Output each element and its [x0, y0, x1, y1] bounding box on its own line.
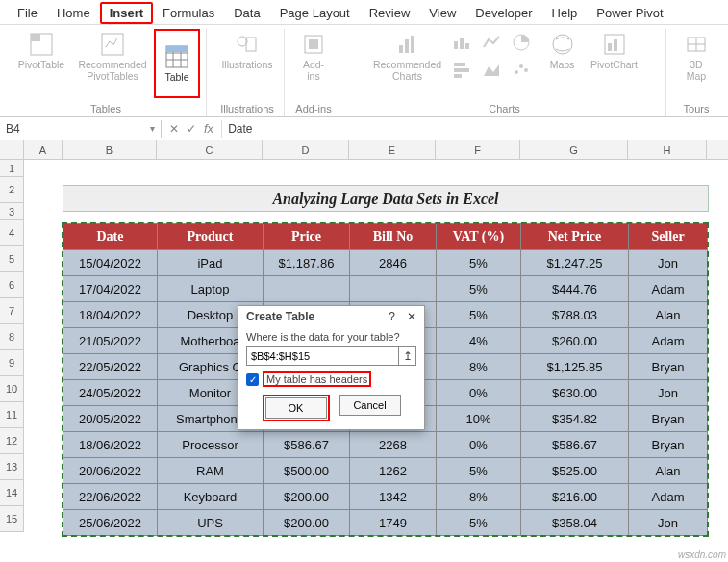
cell-date[interactable]: 18/06/2022 — [63, 432, 158, 458]
cell-date[interactable]: 21/05/2022 — [63, 328, 158, 354]
area-chart-icon[interactable] — [481, 59, 508, 83]
dialog-close-icon[interactable]: ✕ — [407, 310, 416, 323]
cell-bill[interactable]: 1749 — [350, 510, 437, 536]
cell-seller[interactable]: Bryan — [629, 432, 708, 458]
cell-seller[interactable]: Alan — [629, 302, 708, 328]
cell-vat[interactable]: 10% — [437, 406, 521, 432]
row-3[interactable]: 3 — [0, 203, 23, 220]
row-5[interactable]: 5 — [0, 246, 23, 272]
col-F[interactable]: F — [436, 140, 520, 159]
cell-vat[interactable]: 8% — [437, 484, 521, 510]
col-D[interactable]: D — [263, 140, 349, 159]
scatter-chart-icon[interactable] — [511, 59, 538, 83]
row-13[interactable]: 13 — [0, 454, 23, 480]
header-price[interactable]: Price — [264, 224, 350, 250]
cell-net[interactable]: $260.00 — [521, 328, 629, 354]
fx-icon[interactable]: fx — [204, 121, 213, 136]
tab-home[interactable]: Home — [47, 2, 100, 24]
cell-seller[interactable]: Adam — [629, 484, 708, 510]
cell-net[interactable]: $586.67 — [521, 432, 629, 458]
header-bill[interactable]: Bill No — [350, 224, 437, 250]
ok-button[interactable]: OK — [265, 397, 327, 419]
cell-seller[interactable]: Alan — [629, 458, 708, 484]
cell-date[interactable]: 22/05/2022 — [63, 354, 158, 380]
cell-net[interactable]: $358.04 — [521, 510, 629, 536]
cell-vat[interactable]: 0% — [437, 380, 521, 406]
col-G[interactable]: G — [520, 140, 628, 159]
cell-net[interactable]: $1,247.25 — [521, 250, 629, 276]
row-6[interactable]: 6 — [0, 272, 23, 298]
cell-price[interactable] — [264, 276, 350, 302]
header-product[interactable]: Product — [158, 224, 264, 250]
row-2[interactable]: 2 — [0, 177, 23, 203]
tab-pagelayout[interactable]: Page Layout — [270, 2, 360, 24]
checkbox-checked-icon[interactable]: ✓ — [246, 373, 259, 386]
tab-developer[interactable]: Developer — [465, 2, 541, 24]
tab-review[interactable]: Review — [360, 2, 420, 24]
select-all-corner[interactable] — [0, 140, 24, 159]
cell-vat[interactable]: 5% — [437, 276, 521, 302]
cell-seller[interactable]: Jon — [629, 380, 708, 406]
cell-date[interactable]: 22/06/2022 — [63, 484, 158, 510]
cell-seller[interactable]: Bryan — [629, 354, 708, 380]
cell-net[interactable]: $630.00 — [521, 380, 629, 406]
cell-date[interactable]: 24/05/2022 — [63, 380, 158, 406]
cell-bill[interactable]: 2846 — [350, 250, 437, 276]
range-selector-icon[interactable]: ↥ — [398, 347, 415, 365]
cell-bill[interactable]: 2268 — [350, 432, 437, 458]
cell-price[interactable]: $500.00 — [264, 458, 350, 484]
table-button[interactable]: Table — [154, 29, 200, 98]
tab-help[interactable]: Help — [542, 2, 588, 24]
cell-vat[interactable]: 5% — [437, 458, 521, 484]
cell-seller[interactable]: Jon — [629, 510, 708, 536]
row-12[interactable]: 12 — [0, 428, 23, 454]
cell-date[interactable]: 25/06/2022 — [63, 510, 158, 536]
row-9[interactable]: 9 — [0, 350, 23, 376]
cell-date[interactable]: 20/05/2022 — [63, 406, 158, 432]
col-E[interactable]: E — [349, 140, 436, 159]
table-row[interactable]: 17/04/2022Laptop5%$444.76Adam — [63, 276, 708, 302]
cell-date[interactable]: 18/04/2022 — [63, 302, 158, 328]
cell-product[interactable]: Keyboard — [158, 484, 264, 510]
cell-product[interactable]: Processor — [158, 432, 264, 458]
cell-vat[interactable]: 0% — [437, 432, 521, 458]
table-row[interactable]: 18/06/2022Processor$586.6722680%$586.67B… — [63, 432, 708, 458]
enter-formula-icon[interactable]: ✓ — [187, 122, 196, 136]
cell-date[interactable]: 20/06/2022 — [63, 458, 158, 484]
cell-bill[interactable] — [350, 276, 437, 302]
cell-seller[interactable]: Adam — [629, 328, 708, 354]
header-net[interactable]: Net Price — [521, 224, 629, 250]
cell-seller[interactable]: Bryan — [629, 406, 708, 432]
dialog-titlebar[interactable]: Create Table ? ✕ — [238, 306, 424, 327]
header-vat[interactable]: VAT (%) — [437, 224, 521, 250]
row-11[interactable]: 11 — [0, 402, 23, 428]
cell-date[interactable]: 15/04/2022 — [63, 250, 158, 276]
col-B[interactable]: B — [63, 140, 157, 159]
cell-product[interactable]: Laptop — [158, 276, 264, 302]
column-chart-icon[interactable] — [451, 32, 478, 56]
tab-insert[interactable]: Insert — [100, 2, 153, 24]
cell-product[interactable]: RAM — [158, 458, 264, 484]
cancel-formula-icon[interactable]: ✕ — [169, 122, 179, 136]
cell-net[interactable]: $444.76 — [521, 276, 629, 302]
maps-button[interactable]: Maps — [541, 29, 584, 73]
row-8[interactable]: 8 — [0, 324, 23, 350]
cell-vat[interactable]: 8% — [437, 354, 521, 380]
col-A[interactable]: A — [24, 140, 63, 159]
header-seller[interactable]: Seller — [629, 224, 708, 250]
cell-net[interactable]: $525.00 — [521, 458, 629, 484]
table-row[interactable]: 15/04/2022iPad$1,187.8628465%$1,247.25Jo… — [63, 250, 708, 276]
formula-input[interactable]: Date — [221, 120, 728, 138]
cell-date[interactable]: 17/04/2022 — [63, 276, 158, 302]
name-box[interactable]: B4 ▾ — [0, 120, 162, 138]
chevron-down-icon[interactable]: ▾ — [150, 123, 155, 134]
cell-seller[interactable]: Adam — [629, 276, 708, 302]
3dmap-button[interactable]: 3D Map — [676, 29, 716, 84]
row-14[interactable]: 14 — [0, 480, 23, 506]
tab-powerpivot[interactable]: Power Pivot — [587, 2, 672, 24]
line-chart-icon[interactable] — [481, 32, 508, 56]
addins-button[interactable]: Add- ins — [294, 29, 333, 84]
cell-product[interactable]: UPS — [158, 510, 264, 536]
range-input[interactable] — [247, 347, 398, 365]
headers-checkbox-row[interactable]: ✓ My table has headers — [246, 371, 416, 387]
